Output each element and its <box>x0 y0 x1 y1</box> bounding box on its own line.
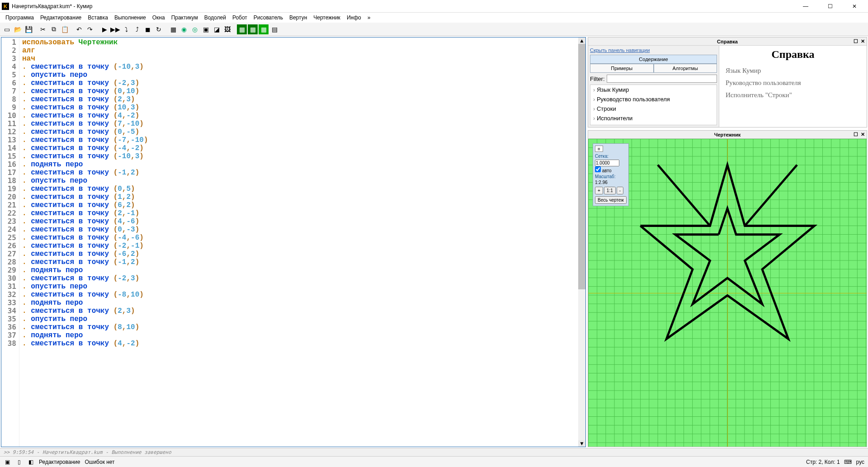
tool-d-icon[interactable]: ▣ <box>201 24 211 34</box>
zoom-out-button[interactable]: - <box>617 187 623 194</box>
tool-c-icon[interactable]: ◎ <box>190 24 200 34</box>
help-panel: Справка ☐ ✕ Скрыть панель навигации Соде… <box>588 37 867 127</box>
undo-icon[interactable]: ↶ <box>74 24 84 34</box>
close-button[interactable]: ✕ <box>846 1 863 12</box>
menu-Программа[interactable]: Программа <box>3 14 37 22</box>
draw-close-icon[interactable]: ✕ <box>861 132 865 137</box>
draw-canvas[interactable]: ≡ Сетка: авто Масштаб: 1:2.96 + 1:1 - Ве… <box>588 139 867 447</box>
scale-value: 1:2.96 <box>595 180 608 185</box>
tool-e-icon[interactable]: ◪ <box>212 24 222 34</box>
status-icon-c[interactable]: ◧ <box>27 458 34 466</box>
grid-label: Сетка: <box>595 154 627 159</box>
draw-panel-title: Чертежник <box>714 132 741 137</box>
tool-j-icon[interactable]: ▤ <box>269 24 279 34</box>
line-gutter: 1234567891011121314151617181920212223242… <box>1 38 19 447</box>
tool-b-icon[interactable]: ◉ <box>179 24 189 34</box>
menu-»[interactable]: » <box>365 14 373 22</box>
save-icon[interactable]: 💾 <box>24 24 33 34</box>
auto-checkbox[interactable] <box>595 166 601 172</box>
statusbar: ▣ ▯ ◧ Редактирование Ошибок нет Стр: 2, … <box>0 456 868 467</box>
code-area[interactable]: использовать Чертежникалгнач. сместиться… <box>19 38 578 447</box>
grid-input[interactable] <box>595 160 619 166</box>
filter-input[interactable] <box>607 75 717 83</box>
menu-Рисователь[interactable]: Рисователь <box>251 14 286 22</box>
tool-h-icon[interactable]: ▦ <box>248 24 258 34</box>
menu-Робот[interactable]: Робот <box>230 14 250 22</box>
code-editor[interactable]: 1234567891011121314151617181920212223242… <box>1 37 586 447</box>
zoom-reset-button[interactable]: 1:1 <box>604 187 616 194</box>
step-into-icon[interactable]: ⤵ <box>121 24 131 34</box>
tool-a-icon[interactable]: ▦ <box>168 24 178 34</box>
window-title: НачертитьКвадрат.kum* - Кумир <box>12 3 797 9</box>
loop-icon[interactable]: ↻ <box>154 24 164 34</box>
hide-nav-link[interactable]: Скрыть панель навигации <box>590 47 717 53</box>
new-icon[interactable]: ▭ <box>2 24 12 34</box>
menu-Водолей[interactable]: Водолей <box>202 14 229 22</box>
status-lang: рус <box>856 459 864 465</box>
help-content: Справка Язык КумирРуководство пользовате… <box>719 46 867 127</box>
cut-icon[interactable]: ✂ <box>38 24 48 34</box>
menubar: ПрограммаРедактированиеВставкаВыполнение… <box>0 13 868 23</box>
menu-Окна[interactable]: Окна <box>150 14 168 22</box>
status-mode: Редактирование <box>39 459 80 465</box>
help-link[interactable]: Руководство пользователя <box>726 79 860 87</box>
draw-controls: ≡ Сетка: авто Масштаб: 1:2.96 + 1:1 - Ве… <box>593 143 629 206</box>
draw-menu-icon[interactable]: ≡ <box>595 146 603 152</box>
tab-content[interactable]: Содержание <box>590 55 717 64</box>
status-errors: Ошибок нет <box>85 459 114 465</box>
menu-Редактирование[interactable]: Редактирование <box>38 14 84 22</box>
run-icon[interactable]: ▶ <box>99 24 109 34</box>
auto-label: авто <box>602 168 612 173</box>
tree-item[interactable]: Язык Кумир <box>590 85 717 94</box>
help-panel-title: Справка <box>717 39 738 44</box>
paste-icon[interactable]: 📋 <box>60 24 70 34</box>
fit-button[interactable]: Весь чертеж <box>595 196 627 204</box>
tree-item[interactable]: Строки <box>590 104 717 113</box>
step-over-icon[interactable]: ⤴ <box>132 24 142 34</box>
status-icon-b[interactable]: ▯ <box>15 458 23 466</box>
scale-label: Масштаб: <box>595 174 627 179</box>
draw-panel: Чертежник ☐ ✕ ≡ Сетка: авто <box>588 130 867 447</box>
tab-algorithms[interactable]: Алгоритмы <box>654 64 717 73</box>
status-icon-a[interactable]: ▣ <box>4 458 11 466</box>
help-maximize-icon[interactable]: ☐ <box>854 38 858 44</box>
menu-Вставка[interactable]: Вставка <box>85 14 111 22</box>
tool-i-icon[interactable]: ▦ <box>259 24 269 34</box>
maximize-button[interactable]: ☐ <box>822 1 838 12</box>
open-icon[interactable]: 📂 <box>13 24 23 34</box>
menu-Инфо[interactable]: Инфо <box>344 14 364 22</box>
console: >> 9:59:54 - НачертитьКвадрат.kum - Выпо… <box>0 448 868 456</box>
help-close-icon[interactable]: ✕ <box>861 38 865 44</box>
titlebar: K НачертитьКвадрат.kum* - Кумир — ☐ ✕ <box>0 0 868 13</box>
help-content-title: Справка <box>726 48 860 61</box>
copy-icon[interactable]: ⧉ <box>49 24 59 34</box>
tab-examples[interactable]: Примеры <box>590 64 654 73</box>
help-tree[interactable]: Язык КумирРуководство пользователяСтроки… <box>590 85 717 125</box>
menu-Выполнение[interactable]: Выполнение <box>112 14 149 22</box>
menu-Чертежник[interactable]: Чертежник <box>311 14 343 22</box>
help-link[interactable]: Исполнитель "Строки" <box>726 91 860 99</box>
menu-Вертун[interactable]: Вертун <box>287 14 310 22</box>
editor-scrollbar[interactable]: ▲ ▼ <box>578 38 585 447</box>
stop-icon[interactable]: ◼ <box>143 24 153 34</box>
step-icon[interactable]: ▶▶ <box>110 24 120 34</box>
status-pos: Стр: 2, Кол: 1 <box>806 459 840 465</box>
tool-f-icon[interactable]: 🖼 <box>222 24 232 34</box>
minimize-button[interactable]: — <box>797 1 814 12</box>
keyboard-icon[interactable]: ⌨ <box>844 458 852 466</box>
tool-g-icon[interactable]: ▦ <box>237 24 247 34</box>
tree-item[interactable]: Исполнители <box>590 113 717 123</box>
zoom-in-button[interactable]: + <box>595 187 603 194</box>
filter-label: Filter: <box>590 75 605 82</box>
app-icon: K <box>2 3 9 10</box>
help-link[interactable]: Язык Кумир <box>726 67 860 75</box>
redo-icon[interactable]: ↷ <box>85 24 95 34</box>
menu-Практикум[interactable]: Практикум <box>169 14 201 22</box>
toolbar: ▭ 📂 💾 ✂ ⧉ 📋 ↶ ↷ ▶ ▶▶ ⤵ ⤴ ◼ ↻ ▦ ◉ ◎ ▣ ◪ 🖼… <box>0 23 868 36</box>
tree-item[interactable]: Руководство пользователя <box>590 94 717 104</box>
draw-maximize-icon[interactable]: ☐ <box>854 132 858 137</box>
